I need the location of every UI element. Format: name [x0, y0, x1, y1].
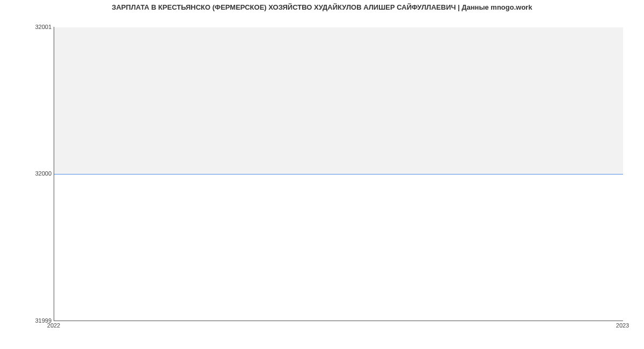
salary-chart: ЗАРПЛАТА В КРЕСТЬЯНСКО (ФЕРМЕРСКОЕ) ХОЗЯ…	[0, 0, 644, 349]
chart-title: ЗАРПЛАТА В КРЕСТЬЯНСКО (ФЕРМЕРСКОЕ) ХОЗЯ…	[0, 3, 644, 11]
plot-area	[54, 27, 623, 321]
upper-band-shading	[54, 27, 623, 174]
y-tick-label: 32001	[30, 24, 52, 30]
y-tick-label: 32000	[30, 170, 52, 177]
gridline	[54, 27, 623, 27]
x-tick-label: 2023	[616, 322, 629, 329]
x-tick-label: 2022	[47, 322, 60, 329]
data-line	[54, 174, 623, 174]
